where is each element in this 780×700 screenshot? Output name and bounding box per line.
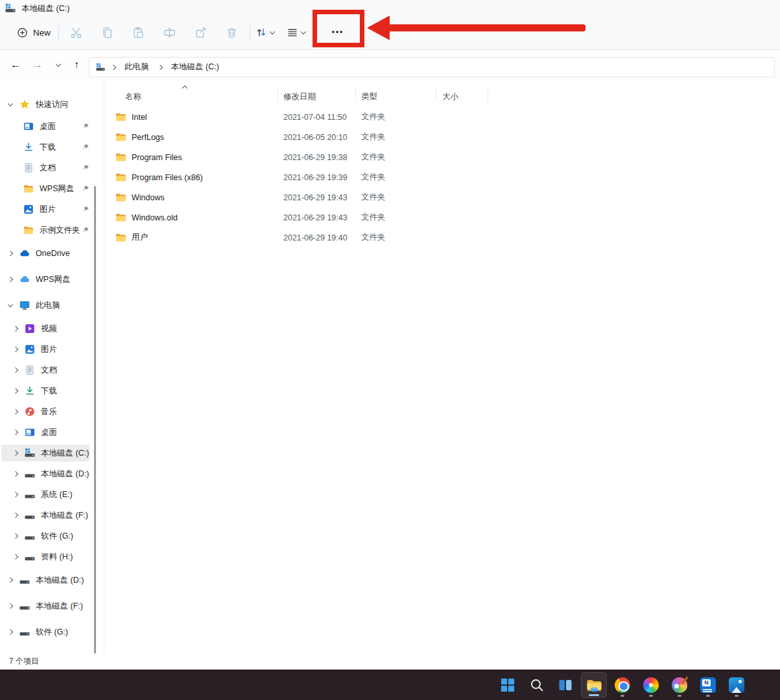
file-row-program-files[interactable]: Program Files 2021-06-29 19:38 文件夹: [110, 147, 780, 167]
taskbar-notes-app[interactable]: [695, 672, 721, 698]
sidebar-scrollbar[interactable]: [94, 186, 96, 668]
sort-button[interactable]: [256, 22, 274, 43]
sidebar-item-local-disk-c[interactable]: 本地磁盘 (C:): [0, 443, 104, 463]
file-explorer-icon: [586, 677, 602, 694]
taskbar-paint-app[interactable]: [667, 672, 692, 698]
photos-icon: [729, 677, 744, 693]
rename-icon: [163, 27, 176, 39]
file-explorer-window: 本地磁盘 (C:) New •••: [0, 0, 780, 700]
column-headers: 名称 修改日期 类型 大小: [110, 88, 780, 106]
sidebar-item-onedrive[interactable]: OneDrive: [0, 240, 104, 266]
sidebar-item-this-pc[interactable]: 此电脑: [0, 292, 104, 318]
column-divider[interactable]: [436, 89, 436, 102]
sidebar-item-downloads-pinned[interactable]: 下载: [0, 137, 104, 158]
status-bar: 7 个项目: [0, 653, 780, 670]
folder-icon: [115, 152, 126, 163]
chevron-right-icon: [13, 409, 18, 414]
pin-icon: [82, 164, 89, 172]
sidebar-item-local-disk-f[interactable]: 本地磁盘 (F:): [0, 505, 104, 526]
sidebar-item-downloads[interactable]: 下载: [0, 380, 104, 401]
taskbar-color-wheel-app[interactable]: [638, 672, 664, 698]
sidebar-item-local-disk-d[interactable]: 本地磁盘 (D:): [0, 463, 104, 484]
notes-app-icon: [700, 677, 716, 693]
taskbar-photos[interactable]: [724, 672, 750, 698]
copy-button[interactable]: [95, 22, 119, 43]
ellipsis-icon: •••: [332, 28, 344, 37]
sidebar-item-videos[interactable]: 视频: [0, 318, 104, 339]
forward-button[interactable]: →: [29, 56, 47, 74]
column-header-date-modified[interactable]: 修改日期: [279, 91, 357, 102]
column-divider[interactable]: [355, 89, 356, 102]
column-divider[interactable]: [278, 89, 278, 102]
file-list: Intel 2021-07-04 11:50 文件夹 PerfLogs 2021…: [110, 107, 780, 248]
view-icon: [287, 27, 298, 38]
chevron-right-icon: [13, 388, 18, 393]
chevron-right-icon: [13, 430, 18, 435]
sidebar-item-music[interactable]: 音乐: [0, 401, 104, 422]
cut-button[interactable]: [64, 22, 88, 43]
desktop-icon: [23, 121, 34, 132]
sidebar-item-sample-folder-pinned[interactable]: 示例文件夹: [0, 220, 104, 240]
sidebar-item-documents-pinned[interactable]: 文档: [0, 158, 104, 178]
sidebar-item-pictures-pinned[interactable]: 图片: [0, 199, 104, 220]
sidebar-item-software-g-root[interactable]: 软件 (G:): [0, 619, 104, 645]
breadcrumb-this-pc[interactable]: 此电脑: [122, 60, 152, 74]
sidebar-item-data-h[interactable]: 资料 (H:): [0, 546, 104, 567]
chevron-right-icon: [13, 368, 18, 373]
taskbar: [0, 670, 780, 700]
share-button[interactable]: [189, 22, 212, 43]
chevron-right-icon: [13, 347, 18, 352]
column-header-type[interactable]: 类型: [357, 91, 436, 102]
cut-icon: [70, 27, 82, 39]
view-button[interactable]: [287, 22, 305, 43]
download-icon: [23, 142, 34, 152]
back-button[interactable]: ←: [6, 56, 25, 74]
folder-icon: [115, 192, 126, 203]
sidebar-item-pictures[interactable]: 图片: [0, 339, 104, 360]
new-button[interactable]: New: [10, 22, 57, 43]
search-button[interactable]: [524, 672, 550, 698]
sidebar-item-wps-cloud[interactable]: WPS网盘: [0, 266, 104, 292]
chevron-right-icon: [13, 450, 18, 456]
delete-icon: [226, 27, 238, 39]
file-row-windows[interactable]: Windows 2021-06-29 19:43 文件夹: [110, 187, 780, 207]
column-divider[interactable]: [488, 89, 488, 102]
paste-button[interactable]: [126, 22, 150, 43]
taskbar-file-explorer[interactable]: [581, 672, 607, 698]
see-more-button[interactable]: •••: [322, 22, 353, 43]
toolbar-icon-group: [64, 22, 251, 43]
start-button[interactable]: [495, 672, 521, 698]
sidebar-item-local-disk-d-root[interactable]: 本地磁盘 (D:): [0, 567, 104, 593]
chevron-right-icon: [13, 513, 18, 518]
sidebar-item-wps-folder-pinned[interactable]: WPS网盘: [0, 178, 104, 199]
sidebar-item-desktop-pinned[interactable]: 桌面: [0, 116, 104, 137]
breadcrumb-local-disk-c[interactable]: 本地磁盘 (C:): [169, 60, 222, 74]
sidebar-item-documents[interactable]: 文档: [0, 360, 104, 380]
address-bar[interactable]: 此电脑 本地磁盘 (C:): [89, 57, 775, 77]
file-row-program-files-x86[interactable]: Program Files (x86) 2021-06-29 19:39 文件夹: [110, 167, 780, 187]
sidebar-item-software-g[interactable]: 软件 (G:): [0, 526, 104, 546]
file-row-users[interactable]: 用户 2021-06-29 19:40 文件夹: [110, 228, 780, 248]
rename-button[interactable]: [158, 22, 181, 43]
file-row-perflogs[interactable]: PerfLogs 2021-06-05 20:10 文件夹: [110, 127, 780, 147]
history-dropdown-button[interactable]: [49, 56, 67, 74]
file-row-windows-old[interactable]: Windows.old 2021-06-29 19:43 文件夹: [110, 207, 780, 228]
drive-icon: [25, 489, 35, 500]
sidebar-item-local-disk-f-root[interactable]: 本地磁盘 (F:): [0, 593, 104, 619]
sidebar-item-desktop[interactable]: 桌面: [0, 422, 104, 443]
column-header-size[interactable]: 大小: [436, 91, 489, 102]
up-button[interactable]: ↑: [67, 56, 86, 74]
column-header-name[interactable]: 名称: [110, 91, 279, 102]
taskbar-chrome[interactable]: [609, 672, 635, 698]
paint-palette-icon: [672, 677, 687, 693]
file-row-intel[interactable]: Intel 2021-07-04 11:50 文件夹: [110, 107, 780, 127]
drive-icon: [25, 552, 35, 562]
delete-button[interactable]: [220, 22, 243, 43]
sidebar-item-system-e[interactable]: 系统 (E:): [0, 484, 104, 505]
chevron-right-icon: [8, 277, 13, 282]
task-view-button[interactable]: [552, 672, 578, 698]
sidebar-item-quick-access[interactable]: 快速访问: [0, 93, 104, 116]
chevron-right-icon: [8, 629, 13, 635]
plus-circle-icon: [17, 27, 28, 38]
drive-c-icon: [5, 3, 16, 14]
